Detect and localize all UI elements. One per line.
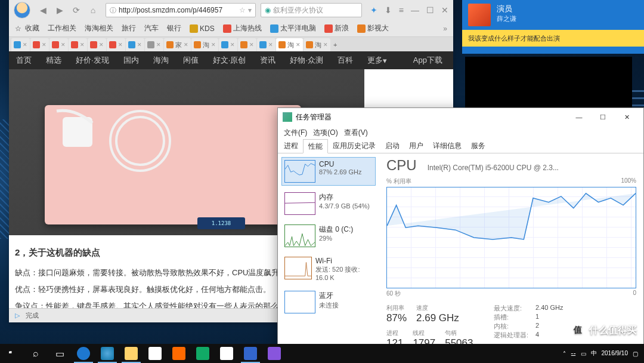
nav-item[interactable]: 精选 (39, 51, 69, 69)
minimize-icon[interactable]: — (411, 5, 419, 15)
url-bar[interactable]: ⓘ http://post.smzdm.com/p/446957 ☆ ▾ (106, 3, 256, 17)
bookmark-item[interactable]: 上海热线 (223, 23, 262, 33)
extension-icon[interactable]: ✦ (370, 5, 377, 15)
tab[interactable]: ✕ (49, 38, 68, 51)
tab[interactable]: 家✕ (164, 38, 191, 51)
reload-button[interactable]: ⟳ (69, 4, 84, 17)
nav-item[interactable]: 首页 (9, 51, 39, 69)
tray-up-icon[interactable]: ˄ (563, 350, 566, 357)
tab[interactable]: 淘✕ (191, 38, 218, 51)
bookmark-item[interactable]: KDS (190, 24, 215, 33)
nav-item[interactable]: 国内 (116, 51, 146, 69)
taskbar-app[interactable] (167, 344, 191, 363)
app-download-button[interactable]: App下载 (402, 51, 453, 69)
search-bar[interactable]: ◉ 叙利亚停火协议 (261, 3, 362, 17)
close-icon[interactable]: ✕ (441, 5, 448, 15)
cpu-usage-graph[interactable] (386, 187, 636, 288)
minimize-button[interactable]: — (567, 109, 591, 125)
clock[interactable]: 2016/9/10 (602, 350, 628, 357)
star-icon[interactable]: ☆ ▾ (239, 6, 251, 14)
tab-close-icon[interactable]: ✕ (230, 42, 235, 48)
close-button[interactable]: ✕ (615, 109, 639, 125)
nav-item[interactable]: 好价·发现 (69, 51, 116, 69)
tab-users[interactable]: 用户 (404, 139, 428, 153)
nav-item[interactable]: 更多 ▾ (360, 51, 394, 69)
tab-close-icon[interactable]: ✕ (184, 42, 188, 48)
home-button[interactable]: ⌂ (85, 4, 101, 17)
tab[interactable]: ✕ (257, 38, 275, 51)
tab[interactable]: ✕ (69, 38, 87, 51)
tab-close-icon[interactable]: ✕ (249, 42, 254, 48)
taskbar-app[interactable] (215, 344, 239, 363)
tab-close-icon[interactable]: ✕ (137, 42, 142, 48)
start-button[interactable] (0, 344, 24, 363)
tab-app-history[interactable]: 应用历史记录 (328, 139, 380, 153)
bookmark-item[interactable]: 银行 (167, 23, 181, 33)
taskbar-app[interactable] (119, 344, 143, 363)
tab-close-icon[interactable]: ✕ (268, 42, 273, 48)
taskbar-app[interactable] (72, 344, 95, 363)
bookmark-item[interactable]: 太平洋电脑 (270, 23, 316, 33)
tab-processes[interactable]: 进程 (279, 139, 303, 153)
taskmgr-titlebar[interactable]: 任务管理器 — ☐ ✕ (278, 108, 643, 126)
tab-performance[interactable]: 性能 (303, 139, 328, 153)
taskbar-app[interactable] (143, 344, 167, 363)
album-art[interactable] (468, 4, 491, 26)
tab-close-icon[interactable]: ✕ (61, 42, 66, 48)
resource-bluetooth[interactable]: 蓝牙未连接 (281, 288, 376, 316)
resource-cpu[interactable]: CPU87% 2.69 GHz (281, 157, 376, 186)
notifications-icon[interactable]: ▢ (633, 350, 638, 357)
tab-details[interactable]: 详细信息 (428, 139, 466, 153)
menu-file[interactable]: 文件(F) (281, 128, 309, 138)
menu-view[interactable]: 查看(V) (342, 128, 370, 138)
tab[interactable]: ✕ (11, 38, 30, 51)
battery-icon[interactable]: ▭ (581, 350, 586, 357)
taskbar-app[interactable] (239, 344, 262, 363)
tab[interactable]: ✕ (238, 38, 256, 51)
tab-startup[interactable]: 启动 (380, 139, 404, 153)
bookmark-item[interactable]: 影视大 (357, 23, 389, 33)
menu-options[interactable]: 选项(O) (311, 128, 340, 138)
bookmark-item[interactable]: 汽车 (144, 23, 159, 33)
tab[interactable]: ✕ (145, 38, 163, 51)
search-button[interactable]: ⌕ (24, 344, 48, 363)
nav-item[interactable]: 百科 (330, 51, 360, 69)
tab[interactable]: ✕ (126, 38, 144, 51)
forward-button[interactable]: ▶ (52, 4, 67, 17)
nav-item[interactable]: 闲值 (176, 51, 206, 69)
bookmarks-overflow[interactable]: » (443, 24, 447, 33)
tab-close-icon[interactable]: ✕ (23, 42, 27, 48)
new-tab-button[interactable]: + (331, 38, 339, 51)
bookmark-item[interactable]: ☆收藏 (15, 23, 39, 33)
maximize-button[interactable]: ☐ (591, 109, 615, 125)
wifi-icon[interactable]: ⚍ (571, 350, 576, 357)
ime-icon[interactable]: 中 (591, 349, 597, 358)
resource-disk[interactable]: 磁盘 0 (C:)29% (281, 222, 376, 250)
tab[interactable]: ✕ (88, 38, 106, 51)
bookmark-item[interactable]: 工作相关 (48, 23, 76, 33)
music-player-widget[interactable]: 演员 薛之谦 我该变成什么样子才能配合出演 (462, 0, 644, 54)
tab[interactable]: 淘✕ (304, 38, 330, 51)
nav-item[interactable]: 好物·众测 (283, 51, 330, 69)
tab[interactable]: ✕ (30, 38, 49, 51)
maximize-icon[interactable]: ☐ (426, 5, 434, 15)
tab-close-icon[interactable]: ✕ (99, 42, 104, 48)
taskbar-app[interactable] (191, 344, 215, 363)
bookmark-item[interactable]: 海淘相关 (85, 23, 113, 33)
bookmark-item[interactable]: 新浪 (324, 23, 349, 33)
tab-close-icon[interactable]: ✕ (156, 42, 161, 48)
taskbar-app[interactable] (262, 344, 286, 363)
menu-icon[interactable]: ≡ (399, 5, 404, 15)
tab-services[interactable]: 服务 (466, 139, 490, 153)
tab-close-icon[interactable]: ✕ (118, 42, 123, 48)
taskview-button[interactable]: ▭ (48, 344, 72, 363)
tab[interactable]: ✕ (107, 38, 125, 51)
tab-close-icon[interactable]: ✕ (296, 42, 301, 48)
bookmark-item[interactable]: 旅行 (122, 23, 136, 33)
resource-memory[interactable]: 内存4.3/7.9 GB (54%) (281, 189, 376, 218)
tab-close-icon[interactable]: ✕ (80, 42, 85, 48)
tab-close-icon[interactable]: ✕ (323, 42, 328, 48)
user-avatar[interactable] (14, 2, 30, 19)
taskbar-app[interactable] (95, 344, 119, 363)
tab-close-icon[interactable]: ✕ (211, 42, 216, 48)
